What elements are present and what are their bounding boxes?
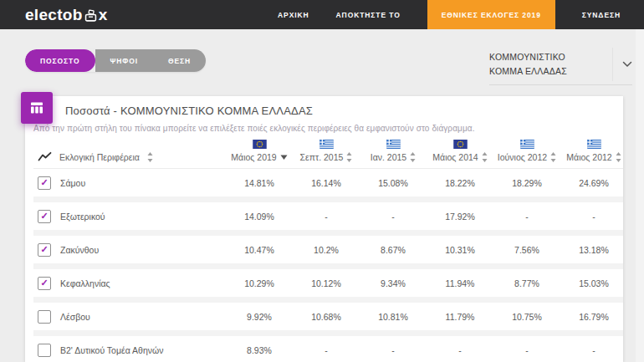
tab-percentage[interactable]: ΠΟΣΟΣΤΟ	[25, 49, 95, 72]
nav-get-it-link[interactable]: ΑΠΟΚΤΗΣΤΕ ΤΟ	[336, 11, 401, 19]
sort-icon	[410, 152, 416, 162]
region-label: Ζακύνθου	[60, 245, 99, 255]
percentage-cell: 10.31%	[427, 233, 493, 267]
percentage-cell: 16.79%	[560, 300, 623, 334]
percentage-cell: 10.29%	[226, 267, 293, 300]
percentage-cell: 18.29%	[493, 169, 560, 200]
chevron-down-icon	[622, 61, 632, 68]
region-checkbox[interactable]: ✓	[38, 243, 51, 257]
percentage-cell: -	[427, 334, 493, 362]
logo-link[interactable]: electob x	[25, 6, 108, 24]
percentage-cell: 10.2%	[293, 233, 360, 267]
column-header-election[interactable]: Ιούνιος 2012	[493, 140, 560, 169]
column-header-label: Μάιος 2014	[432, 152, 478, 162]
region-checkbox[interactable]	[38, 310, 51, 324]
column-header-label: Ιούνιος 2012	[498, 152, 547, 162]
percentage-cell: 7.56%	[493, 233, 560, 267]
sort-icon	[616, 152, 621, 162]
percentage-cell: 14.81%	[226, 169, 293, 200]
percentage-cell: 24.69%	[560, 169, 623, 200]
column-header-label: Μάιος 2012	[566, 152, 611, 162]
sort-icon	[346, 152, 352, 162]
percentage-cell: 10.47%	[226, 233, 293, 267]
nav-national-elections-2019-button[interactable]: ΕΘΝΙΚΕΣ ΕΚΛΟΓΕΣ 2019	[427, 0, 555, 29]
percentage-cell: -	[560, 334, 623, 362]
percentage-cell: -	[293, 200, 360, 233]
column-header-election[interactable]: Σεπτ. 2015	[293, 140, 360, 169]
column-header-label: Μάιος 2019	[231, 152, 276, 162]
party-select-value: ΚΟΜΜΟΥΝΙΣΤΙΚΟ ΚΟΜΜΑ ΕΛΛΑΔΑΣ	[489, 50, 596, 78]
sort-icon	[482, 152, 488, 162]
percentage-cell: -	[560, 200, 623, 233]
percentage-cell: 15.08%	[360, 169, 427, 200]
column-header-election[interactable]: Ιαν. 2015	[360, 140, 427, 169]
logo-text-prefix: electob	[25, 6, 83, 24]
percentage-cell: 8.77%	[493, 267, 560, 300]
percentage-cell: -	[360, 334, 427, 362]
region-label: Εξωτερικού	[60, 212, 105, 222]
percentage-cell: 11.79%	[427, 300, 493, 334]
column-header-label: Ιαν. 2015	[371, 152, 406, 162]
table-row: ✓ Κεφαλληνίας 10.29%10.12%9.34%11.94%8.7…	[33, 267, 623, 300]
metric-tabs: ΠΟΣΟΣΤΟ ΨΗΦΟΙ ΘΕΣΗ	[25, 49, 206, 72]
percentage-cell: 10.68%	[293, 300, 360, 334]
dropdown-divider	[612, 48, 613, 81]
greece-flag-icon	[386, 140, 401, 149]
region-label: Κεφαλληνίας	[60, 278, 110, 288]
percentage-cell: 10.12%	[293, 267, 360, 300]
percentage-cell: 8.67%	[360, 233, 427, 267]
percentage-cell: 15.03%	[560, 267, 623, 300]
results-table-wrapper: Εκλογική Περιφέρεια	[33, 140, 623, 362]
percentage-cell: -	[360, 200, 427, 233]
percentage-cell: 8.93%	[226, 334, 293, 362]
percentage-cell: 13.18%	[560, 233, 623, 267]
percentage-cell: 18.22%	[427, 169, 493, 200]
scrollbar-track[interactable]	[636, 29, 644, 362]
column-header-election[interactable]: Μάιος 2012	[560, 140, 623, 169]
table-row: ✓ Εξωτερικού 14.09%--17.92%--	[33, 200, 623, 233]
percentage-cell: 14.09%	[226, 200, 293, 233]
table-row: ✓ Σάμου 14.81%16.14%15.08%18.22%18.29%24…	[33, 169, 623, 200]
percentages-card: Ποσοστά - ΚΟΜΜΟΥΝΙΣΤΙΚΟ ΚΟΜΜΑ ΕΛΛΑΔΑΣ Απ…	[25, 96, 623, 362]
greece-flag-icon	[319, 140, 334, 149]
logo-text-suffix: x	[99, 6, 108, 24]
percentage-cell: -	[493, 334, 560, 362]
party-select-dropdown[interactable]: ΚΟΜΜΟΥΝΙΣΤΙΚΟ ΚΟΜΜΑ ΕΛΛΑΔΑΣ	[489, 43, 632, 85]
column-header-region[interactable]: Εκλογική Περιφέρεια	[33, 140, 226, 169]
percentage-cell: 16.14%	[293, 169, 360, 200]
percentage-cell: 9.34%	[360, 267, 427, 300]
table-row: ✓ Ζακύνθου 10.47%10.2%8.67%10.31%7.56%13…	[33, 233, 623, 267]
column-header-election[interactable]: Μάιος 2014	[427, 140, 493, 169]
column-header-election[interactable]: Μάιος 2019	[226, 140, 293, 169]
percentage-cell: 17.92%	[427, 200, 493, 233]
sort-desc-icon	[280, 155, 288, 160]
tab-votes[interactable]: ΨΗΦΟΙ	[95, 49, 153, 72]
ballot-box-icon	[84, 8, 98, 23]
region-label: Β2' Δυτικού Τομέα Αθηνών	[60, 345, 163, 355]
percentage-cell: 9.92%	[226, 300, 293, 334]
percentage-cell: 11.94%	[427, 267, 493, 300]
top-nav-links: ΑΡΧΙΚΗ ΑΠΟΚΤΗΣΤΕ ΤΟ ΕΘΝΙΚΕΣ ΕΚΛΟΓΕΣ 2019…	[251, 0, 644, 29]
greece-flag-icon	[587, 140, 601, 149]
nav-home-link[interactable]: ΑΡΧΙΚΗ	[278, 11, 309, 19]
percentage-cell: -	[293, 334, 360, 362]
region-header-label: Εκλογική Περιφέρεια	[59, 152, 140, 162]
nav-login-link[interactable]: ΣΥΝΔΕΣΗ	[582, 11, 621, 19]
tab-position[interactable]: ΘΕΣΗ	[153, 49, 206, 72]
region-checkbox[interactable]	[38, 344, 51, 357]
card-subtitle: Από την πρώτη στήλη του πίνακα μπορείτε …	[33, 124, 475, 133]
results-table: Εκλογική Περιφέρεια	[33, 140, 623, 362]
card-title: Ποσοστά - ΚΟΜΜΟΥΝΙΣΤΙΚΟ ΚΟΜΜΑ ΕΛΛΑΔΑΣ	[65, 105, 313, 117]
sort-icon	[147, 152, 153, 162]
table-row: Λέσβου 9.92%10.68%10.81%11.79%10.75%16.7…	[33, 300, 623, 334]
region-checkbox[interactable]: ✓	[38, 176, 51, 190]
greece-flag-icon	[520, 140, 534, 149]
table-chart-icon	[21, 92, 53, 124]
eu-flag-icon	[453, 140, 468, 149]
column-header-label: Σεπτ. 2015	[300, 152, 344, 162]
region-checkbox[interactable]: ✓	[38, 210, 51, 223]
region-checkbox[interactable]: ✓	[38, 277, 51, 290]
top-navbar: electob x ΑΡΧΙΚΗ ΑΠΟΚΤΗΣΤΕ ΤΟ ΕΘΝΙΚΕΣ ΕΚ…	[0, 0, 644, 29]
sort-icon	[550, 152, 556, 162]
region-label: Σάμου	[60, 178, 85, 188]
